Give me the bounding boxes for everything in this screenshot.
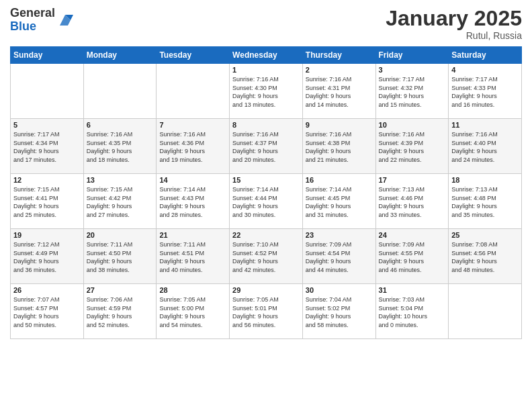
day-number: 4 [451, 66, 519, 74]
day-number: 22 [232, 231, 300, 239]
table-row: 19Sunrise: 7:12 AM Sunset: 4:49 PM Dayli… [11, 229, 84, 284]
day-info: Sunrise: 7:17 AM Sunset: 4:32 PM Dayligh… [379, 75, 446, 109]
table-row: 29Sunrise: 7:05 AM Sunset: 5:01 PM Dayli… [230, 284, 303, 339]
day-number: 5 [13, 121, 81, 129]
table-row: 7Sunrise: 7:16 AM Sunset: 4:36 PM Daylig… [157, 119, 230, 174]
day-info: Sunrise: 7:11 AM Sunset: 4:50 PM Dayligh… [87, 240, 154, 274]
month-title: January 2025 [386, 7, 522, 30]
calendar-week-4: 26Sunrise: 7:07 AM Sunset: 4:57 PM Dayli… [11, 284, 522, 339]
table-row [11, 64, 84, 119]
table-row: 8Sunrise: 7:16 AM Sunset: 4:37 PM Daylig… [230, 119, 303, 174]
day-number: 24 [379, 231, 446, 239]
day-number: 23 [306, 231, 373, 239]
table-row [157, 64, 230, 119]
day-info: Sunrise: 7:16 AM Sunset: 4:37 PM Dayligh… [232, 130, 300, 164]
day-number: 1 [232, 66, 300, 74]
day-info: Sunrise: 7:08 AM Sunset: 4:56 PM Dayligh… [451, 240, 519, 274]
table-row: 2Sunrise: 7:16 AM Sunset: 4:31 PM Daylig… [302, 64, 375, 119]
table-row: 14Sunrise: 7:14 AM Sunset: 4:43 PM Dayli… [157, 174, 230, 229]
day-info: Sunrise: 7:03 AM Sunset: 5:04 PM Dayligh… [379, 295, 446, 329]
day-number: 29 [232, 286, 300, 294]
header-tuesday: Tuesday [157, 47, 230, 64]
day-info: Sunrise: 7:16 AM Sunset: 4:35 PM Dayligh… [87, 130, 154, 164]
day-number: 26 [13, 286, 81, 294]
day-info: Sunrise: 7:10 AM Sunset: 4:52 PM Dayligh… [232, 240, 300, 274]
table-row [83, 64, 157, 119]
day-number: 14 [159, 176, 226, 184]
day-info: Sunrise: 7:13 AM Sunset: 4:46 PM Dayligh… [379, 185, 446, 219]
calendar-header-row: Sunday Monday Tuesday Wednesday Thursday… [11, 47, 522, 64]
table-row: 20Sunrise: 7:11 AM Sunset: 4:50 PM Dayli… [83, 229, 157, 284]
day-number: 8 [232, 121, 300, 129]
day-info: Sunrise: 7:13 AM Sunset: 4:48 PM Dayligh… [451, 185, 519, 219]
table-row: 10Sunrise: 7:16 AM Sunset: 4:39 PM Dayli… [375, 119, 449, 174]
day-info: Sunrise: 7:06 AM Sunset: 4:59 PM Dayligh… [87, 295, 154, 329]
day-info: Sunrise: 7:07 AM Sunset: 4:57 PM Dayligh… [13, 295, 81, 329]
day-number: 30 [306, 286, 373, 294]
day-info: Sunrise: 7:14 AM Sunset: 4:43 PM Dayligh… [159, 185, 226, 219]
location: Rutul, Russia [386, 30, 522, 41]
day-info: Sunrise: 7:17 AM Sunset: 4:33 PM Dayligh… [451, 75, 519, 109]
table-row: 16Sunrise: 7:14 AM Sunset: 4:45 PM Dayli… [302, 174, 375, 229]
table-row: 21Sunrise: 7:11 AM Sunset: 4:51 PM Dayli… [157, 229, 230, 284]
day-info: Sunrise: 7:17 AM Sunset: 4:34 PM Dayligh… [13, 130, 81, 164]
day-info: Sunrise: 7:16 AM Sunset: 4:36 PM Dayligh… [159, 130, 226, 164]
day-number: 7 [159, 121, 226, 129]
table-row: 31Sunrise: 7:03 AM Sunset: 5:04 PM Dayli… [375, 284, 449, 339]
day-info: Sunrise: 7:09 AM Sunset: 4:54 PM Dayligh… [306, 240, 373, 274]
calendar-week-3: 19Sunrise: 7:12 AM Sunset: 4:49 PM Dayli… [11, 229, 522, 284]
day-number: 31 [379, 286, 446, 294]
day-info: Sunrise: 7:16 AM Sunset: 4:30 PM Dayligh… [232, 75, 300, 109]
table-row: 18Sunrise: 7:13 AM Sunset: 4:48 PM Dayli… [449, 174, 522, 229]
logo-icon [57, 12, 73, 28]
table-row: 13Sunrise: 7:15 AM Sunset: 4:42 PM Dayli… [83, 174, 157, 229]
day-number: 13 [87, 176, 154, 184]
header-friday: Friday [375, 47, 449, 64]
day-number: 27 [87, 286, 154, 294]
day-info: Sunrise: 7:16 AM Sunset: 4:40 PM Dayligh… [451, 130, 519, 164]
day-number: 6 [87, 121, 154, 129]
day-info: Sunrise: 7:15 AM Sunset: 4:41 PM Dayligh… [13, 185, 81, 219]
table-row: 27Sunrise: 7:06 AM Sunset: 4:59 PM Dayli… [83, 284, 157, 339]
day-number: 28 [159, 286, 226, 294]
table-row: 15Sunrise: 7:14 AM Sunset: 4:44 PM Dayli… [230, 174, 303, 229]
table-row: 30Sunrise: 7:04 AM Sunset: 5:02 PM Dayli… [302, 284, 375, 339]
table-row: 9Sunrise: 7:16 AM Sunset: 4:38 PM Daylig… [302, 119, 375, 174]
day-info: Sunrise: 7:09 AM Sunset: 4:55 PM Dayligh… [379, 240, 446, 274]
header-thursday: Thursday [302, 47, 375, 64]
table-row [449, 284, 522, 339]
day-info: Sunrise: 7:16 AM Sunset: 4:38 PM Dayligh… [306, 130, 373, 164]
day-number: 10 [379, 121, 446, 129]
table-row: 4Sunrise: 7:17 AM Sunset: 4:33 PM Daylig… [449, 64, 522, 119]
title-section: January 2025 Rutul, Russia [386, 7, 522, 41]
page: General Blue January 2025 Rutul, Russia … [0, 0, 532, 411]
day-info: Sunrise: 7:05 AM Sunset: 5:00 PM Dayligh… [159, 295, 226, 329]
table-row: 6Sunrise: 7:16 AM Sunset: 4:35 PM Daylig… [83, 119, 157, 174]
day-info: Sunrise: 7:16 AM Sunset: 4:31 PM Dayligh… [306, 75, 373, 109]
header-saturday: Saturday [449, 47, 522, 64]
table-row: 23Sunrise: 7:09 AM Sunset: 4:54 PM Dayli… [302, 229, 375, 284]
table-row: 12Sunrise: 7:15 AM Sunset: 4:41 PM Dayli… [11, 174, 84, 229]
table-row: 3Sunrise: 7:17 AM Sunset: 4:32 PM Daylig… [375, 64, 449, 119]
day-number: 21 [159, 231, 226, 239]
calendar-week-0: 1Sunrise: 7:16 AM Sunset: 4:30 PM Daylig… [11, 64, 522, 119]
day-number: 16 [306, 176, 373, 184]
day-info: Sunrise: 7:14 AM Sunset: 4:44 PM Dayligh… [232, 185, 300, 219]
table-row: 11Sunrise: 7:16 AM Sunset: 4:40 PM Dayli… [449, 119, 522, 174]
logo: General Blue [10, 7, 73, 34]
calendar: Sunday Monday Tuesday Wednesday Thursday… [10, 46, 522, 339]
table-row: 1Sunrise: 7:16 AM Sunset: 4:30 PM Daylig… [230, 64, 303, 119]
table-row: 17Sunrise: 7:13 AM Sunset: 4:46 PM Dayli… [375, 174, 449, 229]
logo-blue-text: Blue [10, 20, 55, 34]
day-info: Sunrise: 7:05 AM Sunset: 5:01 PM Dayligh… [232, 295, 300, 329]
table-row: 28Sunrise: 7:05 AM Sunset: 5:00 PM Dayli… [157, 284, 230, 339]
day-number: 9 [306, 121, 373, 129]
day-info: Sunrise: 7:14 AM Sunset: 4:45 PM Dayligh… [306, 185, 373, 219]
day-info: Sunrise: 7:11 AM Sunset: 4:51 PM Dayligh… [159, 240, 226, 274]
day-number: 2 [306, 66, 373, 74]
header-sunday: Sunday [11, 47, 84, 64]
calendar-week-2: 12Sunrise: 7:15 AM Sunset: 4:41 PM Dayli… [11, 174, 522, 229]
day-number: 17 [379, 176, 446, 184]
header-wednesday: Wednesday [230, 47, 303, 64]
table-row: 22Sunrise: 7:10 AM Sunset: 4:52 PM Dayli… [230, 229, 303, 284]
